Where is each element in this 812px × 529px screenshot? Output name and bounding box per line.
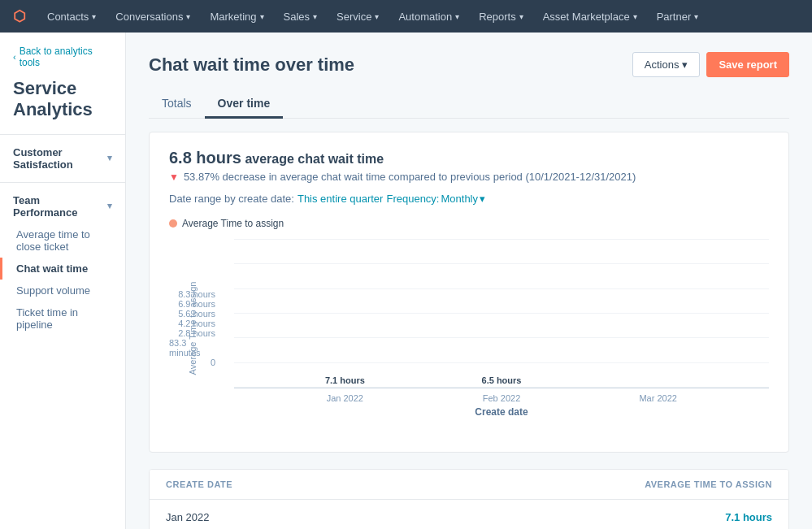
header-actions: Actions ▾ Save report bbox=[632, 52, 789, 77]
nav-marketing[interactable]: Marketing ▾ bbox=[202, 0, 271, 33]
date-filter-row: Date range by create date: This entire q… bbox=[169, 193, 769, 205]
nav-contacts[interactable]: Contacts ▾ bbox=[39, 0, 104, 33]
stat-value: 6.8 hours bbox=[169, 149, 241, 167]
table-cell-date-jan2022: Jan 2022 bbox=[150, 500, 394, 530]
nav-automation[interactable]: Automation ▾ bbox=[390, 0, 467, 33]
chart-legend: Average Time to assign bbox=[169, 218, 769, 229]
nav-contacts-chevron: ▾ bbox=[92, 12, 96, 21]
customer-satisfaction-chevron-icon: ▾ bbox=[107, 153, 112, 163]
nav-sales-chevron: ▾ bbox=[313, 12, 317, 21]
bars-row: 7.1 hours 6.5 hours bbox=[234, 239, 769, 388]
frequency-link[interactable]: Frequency: Monthly ▾ bbox=[386, 193, 485, 205]
decrease-icon: ▼ bbox=[169, 171, 179, 183]
tab-over-time[interactable]: Over time bbox=[205, 90, 284, 119]
x-label-mar2022: Mar 2022 bbox=[580, 388, 736, 403]
table-header-row: CREATE DATE AVERAGE TIME TO ASSIGN bbox=[150, 470, 788, 500]
col-avg-time-header: AVERAGE TIME TO ASSIGN bbox=[394, 470, 788, 500]
actions-chevron-icon: ▾ bbox=[682, 59, 688, 71]
x-axis-labels: Jan 2022 Feb 2022 Mar 2022 bbox=[234, 388, 769, 403]
table-row: Jan 2022 7.1 hours bbox=[150, 500, 788, 530]
bar-label-jan2022: 7.1 hours bbox=[325, 375, 365, 385]
nav-partner[interactable]: Partner ▾ bbox=[649, 0, 707, 33]
back-link[interactable]: ‹ Back to analytics tools bbox=[0, 46, 125, 68]
nav-conversations-chevron: ▾ bbox=[186, 12, 190, 21]
sidebar-item-ticket-time-pipeline[interactable]: Ticket time in pipeline bbox=[0, 301, 125, 336]
sidebar-item-avg-close-ticket[interactable]: Average time to close ticket bbox=[0, 223, 125, 258]
stat-label: average chat wait time bbox=[245, 152, 384, 166]
sidebar: ‹ Back to analytics tools Service Analyt… bbox=[0, 33, 126, 529]
stats-card: 6.8 hours average chat wait time ▼ 53.87… bbox=[149, 132, 789, 453]
nav-conversations[interactable]: Conversations ▾ bbox=[107, 0, 198, 33]
nav-marketing-chevron: ▾ bbox=[260, 12, 264, 21]
tabs: Totals Over time bbox=[149, 90, 789, 119]
save-report-button[interactable]: Save report bbox=[706, 52, 789, 77]
top-navigation: ⬡ Contacts ▾ Conversations ▾ Marketing ▾… bbox=[0, 0, 812, 33]
x-axis-title: Create date bbox=[234, 406, 769, 418]
nav-asset-marketplace-chevron: ▾ bbox=[633, 12, 637, 21]
nav-asset-marketplace[interactable]: Asset Marketplace ▾ bbox=[535, 0, 645, 33]
x-label-jan2022: Jan 2022 bbox=[267, 388, 423, 403]
data-table: CREATE DATE AVERAGE TIME TO ASSIGN Jan 2… bbox=[150, 470, 788, 529]
sidebar-item-chat-wait-time[interactable]: Chat wait time bbox=[0, 258, 125, 280]
stat-sub: ▼ 53.87% decrease in average chat wait t… bbox=[169, 171, 769, 183]
table-cell-value-jan2022: 7.1 hours bbox=[394, 500, 788, 530]
date-range-link[interactable]: This entire quarter bbox=[297, 193, 384, 205]
nav-service-chevron: ▾ bbox=[375, 12, 379, 21]
nav-partner-chevron: ▾ bbox=[694, 12, 698, 21]
hubspot-logo: ⬡ bbox=[13, 7, 26, 25]
sidebar-section-team-performance-header[interactable]: Team Performance ▾ bbox=[0, 189, 125, 223]
frequency-chevron-icon: ▾ bbox=[480, 193, 485, 205]
sidebar-title: Service Analytics bbox=[0, 75, 125, 134]
sidebar-item-support-volume[interactable]: Support volume bbox=[0, 280, 125, 301]
team-performance-chevron-icon: ▾ bbox=[107, 201, 112, 211]
page-title: Chat wait time over time bbox=[149, 54, 354, 76]
nav-reports[interactable]: Reports ▾ bbox=[471, 0, 532, 33]
col-create-date-header: CREATE DATE bbox=[150, 470, 394, 500]
nav-reports-chevron: ▾ bbox=[519, 12, 523, 21]
stat-main: 6.8 hours average chat wait time bbox=[169, 149, 769, 167]
chart-bars-area: 7.1 hours 6.5 hours bbox=[234, 239, 769, 388]
chart-area: Average Time to assign 8.3 hours 6.9 hou… bbox=[169, 239, 769, 418]
bar-label-feb2022: 6.5 hours bbox=[482, 375, 522, 385]
x-label-feb2022: Feb 2022 bbox=[423, 388, 580, 403]
tab-totals[interactable]: Totals bbox=[149, 90, 205, 119]
nav-sales[interactable]: Sales ▾ bbox=[276, 0, 326, 33]
sidebar-section-team-performance: Team Performance ▾ Average time to close… bbox=[0, 182, 125, 342]
back-arrow-icon: ‹ bbox=[13, 52, 16, 62]
y-axis-label: Average Time to assign bbox=[188, 282, 198, 375]
nav-automation-chevron: ▾ bbox=[455, 12, 459, 21]
actions-button[interactable]: Actions ▾ bbox=[632, 52, 701, 77]
sidebar-section-customer-satisfaction-header[interactable]: Customer Satisfaction ▾ bbox=[0, 141, 125, 176]
chart-container: Average Time to assign Average Time to a… bbox=[169, 218, 769, 429]
page-header: Chat wait time over time Actions ▾ Save … bbox=[149, 52, 789, 77]
main-content: Chat wait time over time Actions ▾ Save … bbox=[126, 33, 812, 529]
data-table-card: CREATE DATE AVERAGE TIME TO ASSIGN Jan 2… bbox=[149, 469, 789, 529]
legend-dot bbox=[169, 219, 177, 228]
nav-service[interactable]: Service ▾ bbox=[328, 0, 387, 33]
sidebar-section-customer-satisfaction: Customer Satisfaction ▾ bbox=[0, 134, 125, 182]
chart-inner: 7.1 hours 6.5 hours bbox=[234, 239, 769, 418]
